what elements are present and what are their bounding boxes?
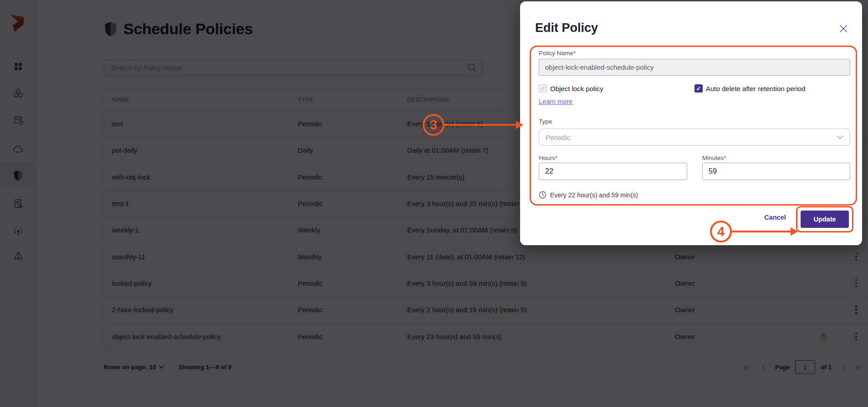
app-window: Schedule Policies NAME TYPE DESCRIPTION … [0,0,868,407]
close-icon[interactable] [838,24,848,34]
minutes-label: Minutes* [702,155,726,161]
type-label: Type [539,118,552,125]
policy-name-label: Policy Name* [539,50,576,57]
object-lock-checkbox[interactable]: ✓ [539,84,547,93]
object-lock-label: Object lock policy [550,85,603,93]
hours-label: Hours* [539,155,557,161]
auto-delete-label: Auto delete after retention period [706,85,805,93]
learn-more-link[interactable]: Learn more [539,98,572,105]
chevron-down-icon [837,135,843,139]
edit-policy-modal: Edit Policy Policy Name* ✓ Object lock p… [520,1,862,245]
schedule-summary: Every 22 hour(s) and 59 min(s) [550,191,638,199]
annotation-arrowhead-3 [516,121,523,129]
annotation-arrow-3 [444,124,516,126]
clock-icon [539,191,546,199]
policy-name-input[interactable] [539,59,850,76]
auto-delete-checkbox[interactable]: ✓ [694,84,703,93]
annotation-step-4: 4 [710,221,732,242]
cancel-button[interactable]: Cancel [755,214,796,221]
hours-input[interactable] [539,163,687,180]
annotation-arrowhead-4 [791,227,798,236]
minutes-input[interactable] [702,163,850,180]
type-dropdown-value: Periodic [546,134,570,141]
modal-title: Edit Policy [535,21,598,35]
update-button[interactable]: Update [801,211,849,228]
type-dropdown[interactable]: Periodic [539,129,850,146]
annotation-arrow-4 [732,231,791,232]
annotation-step-3: 3 [423,114,444,136]
